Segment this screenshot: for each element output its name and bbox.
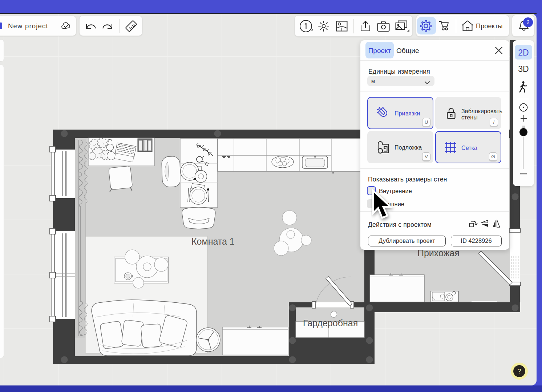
svg-text:Гардеробная: Гардеробная xyxy=(303,318,358,328)
svg-text:Комната 1: Комната 1 xyxy=(191,236,235,246)
